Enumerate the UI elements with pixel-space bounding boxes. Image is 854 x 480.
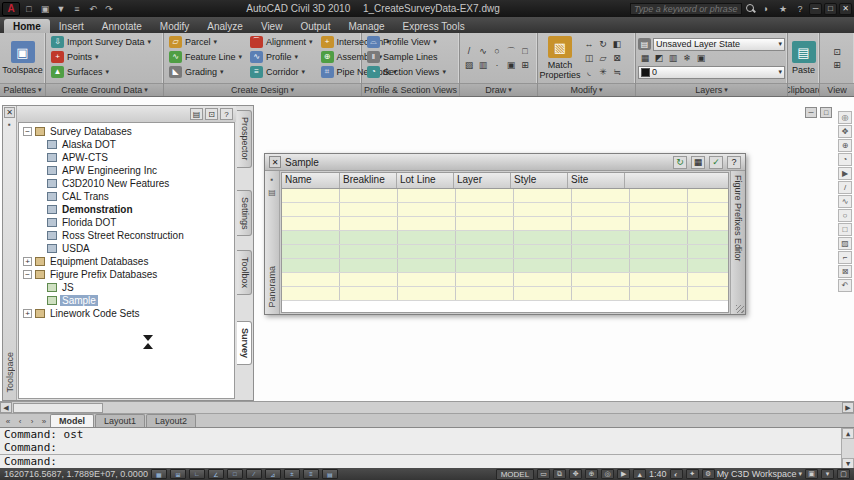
explode-icon[interactable]: ✳ xyxy=(596,66,610,79)
layer-dropdown[interactable]: 0 ▾ xyxy=(638,66,785,79)
collapse-icon[interactable] xyxy=(23,270,32,279)
move-icon[interactable]: ↔ xyxy=(582,38,596,51)
arc-icon[interactable]: ⌒ xyxy=(504,45,518,58)
profile-button[interactable]: ∿ Profile▾ xyxy=(247,49,316,64)
section-views-button[interactable]: ◔ Section Views▾ xyxy=(364,64,457,79)
pan-icon[interactable]: ✥ xyxy=(838,125,852,138)
table-row[interactable] xyxy=(282,217,728,231)
expand-icon[interactable] xyxy=(23,309,32,318)
panel-label-palettes[interactable]: Palettes▾ xyxy=(0,83,45,96)
annotation-scale-icon[interactable]: ▲ xyxy=(633,469,646,479)
command-scrollbar[interactable]: ▲ ▼ xyxy=(841,428,854,469)
showmotion-icon[interactable]: ▶ xyxy=(838,167,852,180)
table-row[interactable] xyxy=(282,259,728,273)
scroll-right-icon[interactable]: ▶ xyxy=(842,402,854,413)
prev-layout-icon[interactable]: ‹ xyxy=(14,415,26,427)
copy-to-clipboard-icon[interactable]: ▦ xyxy=(691,156,705,169)
polyline-icon[interactable]: ∿ xyxy=(476,45,490,58)
panel-label-create-ground-data[interactable]: Create Ground Data▾ xyxy=(46,83,163,96)
application-menu-button[interactable]: A xyxy=(2,2,20,16)
communication-center-icon[interactable]: ◗ xyxy=(759,2,773,15)
column-header-site[interactable]: Site xyxy=(568,173,625,188)
command-input[interactable]: Command: xyxy=(0,454,854,467)
status-bar-menu-icon[interactable]: ▾ xyxy=(821,469,834,479)
column-header-lot-line[interactable]: Lot Line xyxy=(397,173,454,188)
circle-icon[interactable]: ○ xyxy=(838,209,852,222)
qp-toggle[interactable]: ▤ xyxy=(322,469,338,479)
redo-icon[interactable]: ↷ xyxy=(102,2,116,15)
tab-home[interactable]: Home xyxy=(4,19,50,33)
layer-state-dropdown[interactable]: Unsaved Layer State ▾ xyxy=(653,38,785,51)
viewport-icon[interactable]: ⊞ xyxy=(830,58,844,71)
tab-output[interactable]: Output xyxy=(291,19,339,33)
panorama-autohide-pin-icon[interactable]: ▪ xyxy=(267,175,278,186)
tab-analyze[interactable]: Analyze xyxy=(198,19,252,33)
tab-toolbox[interactable]: Toolbox xyxy=(237,250,252,295)
erase-icon[interactable]: ⊠ xyxy=(838,265,852,278)
clean-screen-icon[interactable]: ▢ xyxy=(837,469,850,479)
line-icon[interactable]: / xyxy=(838,181,852,194)
dyn-toggle[interactable]: ± xyxy=(284,469,300,479)
tab-annotate[interactable]: Annotate xyxy=(93,19,151,33)
rotate-icon[interactable]: ↻ xyxy=(596,38,610,51)
panorama-titlebar[interactable]: ✕ Sample ↻ ▦ ✓ ? xyxy=(265,154,745,171)
tab-settings[interactable]: Settings xyxy=(237,190,252,237)
panel-label-profile-section-views[interactable]: Profile & Section Views xyxy=(362,83,459,96)
panorama-help-icon[interactable]: ? xyxy=(727,156,741,169)
copy-icon[interactable]: ◫ xyxy=(582,52,596,65)
lwt-toggle[interactable]: ≡ xyxy=(303,469,319,479)
tree-item-database[interactable]: Alaska DOT xyxy=(19,138,234,151)
annotation-scale-value[interactable]: 1:40 xyxy=(649,469,667,479)
first-layout-icon[interactable]: « xyxy=(2,415,14,427)
quick-view-drawings-icon[interactable]: ⧉ xyxy=(553,469,566,479)
grid-toggle[interactable]: ⊞ xyxy=(170,469,186,479)
auto-annotation-icon[interactable]: ✦ xyxy=(686,469,699,479)
named-views-icon[interactable]: ⊡ xyxy=(830,45,844,58)
tree-item-figure-prefix-db-selected[interactable]: Sample xyxy=(19,294,234,307)
region-icon[interactable]: ▣ xyxy=(504,59,518,72)
tree-item-equipment-databases[interactable]: Equipment Databases xyxy=(19,255,234,268)
snap-toggle[interactable]: ▦ xyxy=(151,469,167,479)
hatch-icon[interactable]: ▨ xyxy=(838,237,852,250)
help-icon[interactable]: ? xyxy=(793,2,807,15)
search-input[interactable] xyxy=(630,3,742,15)
ducs-toggle[interactable]: ⊿ xyxy=(265,469,281,479)
zoom-icon[interactable]: ⊕ xyxy=(585,469,598,479)
rectangle-icon[interactable]: □ xyxy=(518,45,532,58)
column-header-layer[interactable]: Layer xyxy=(454,173,511,188)
table-row[interactable] xyxy=(282,273,728,287)
import-survey-data-button[interactable]: ⇩ Import Survey Data ▾ xyxy=(48,34,161,49)
panel-label-layers[interactable]: Layers▾ xyxy=(636,83,787,96)
tab-layout2[interactable]: Layout2 xyxy=(146,414,196,427)
tab-model[interactable]: Model xyxy=(50,414,94,427)
tree-item-database[interactable]: Florida DOT xyxy=(19,216,234,229)
gradient-icon[interactable]: ▥ xyxy=(476,59,490,72)
paste-button[interactable]: ▤ Paste xyxy=(790,34,817,82)
points-button[interactable]: + Points ▾ xyxy=(48,49,161,64)
showmotion-icon[interactable]: ▶ xyxy=(617,469,630,479)
quick-view-layouts-icon[interactable]: ▭ xyxy=(537,469,550,479)
tab-view[interactable]: View xyxy=(252,19,292,33)
new-icon[interactable]: □ xyxy=(22,2,36,15)
refresh-icon[interactable]: ↻ xyxy=(673,156,687,169)
profile-view-button[interactable]: ⌓ Profile View▾ xyxy=(364,34,457,49)
tree-item-database[interactable]: CAL Trans xyxy=(19,190,234,203)
erase-icon[interactable]: ⊠ xyxy=(610,52,624,65)
polyline-icon[interactable]: ∿ xyxy=(838,195,852,208)
toolspace-autohide-pin-icon[interactable]: ▪ xyxy=(4,120,15,131)
offset-icon[interactable]: ≒ xyxy=(610,66,624,79)
plot-icon[interactable]: ≡ xyxy=(70,2,84,15)
tree-item-database-current[interactable]: Demonstration xyxy=(19,203,234,216)
preview-toggle-icon[interactable]: ⊡ xyxy=(205,108,218,120)
point-icon[interactable]: · xyxy=(490,59,504,72)
panel-label-draw[interactable]: Draw▾ xyxy=(460,83,537,96)
panorama-properties-icon[interactable]: ▤ xyxy=(267,188,278,199)
osnap-toggle[interactable]: □ xyxy=(227,469,243,479)
steering-wheel-icon[interactable]: ◎ xyxy=(601,469,614,479)
layer-properties-icon[interactable]: ▦ xyxy=(638,52,652,65)
otrack-toggle[interactable]: ∕ xyxy=(246,469,262,479)
orbit-icon[interactable]: ◔ xyxy=(838,153,852,166)
line-icon[interactable]: / xyxy=(462,45,476,58)
toolspace-help-icon[interactable]: ? xyxy=(220,108,233,120)
table-row[interactable] xyxy=(282,189,728,203)
